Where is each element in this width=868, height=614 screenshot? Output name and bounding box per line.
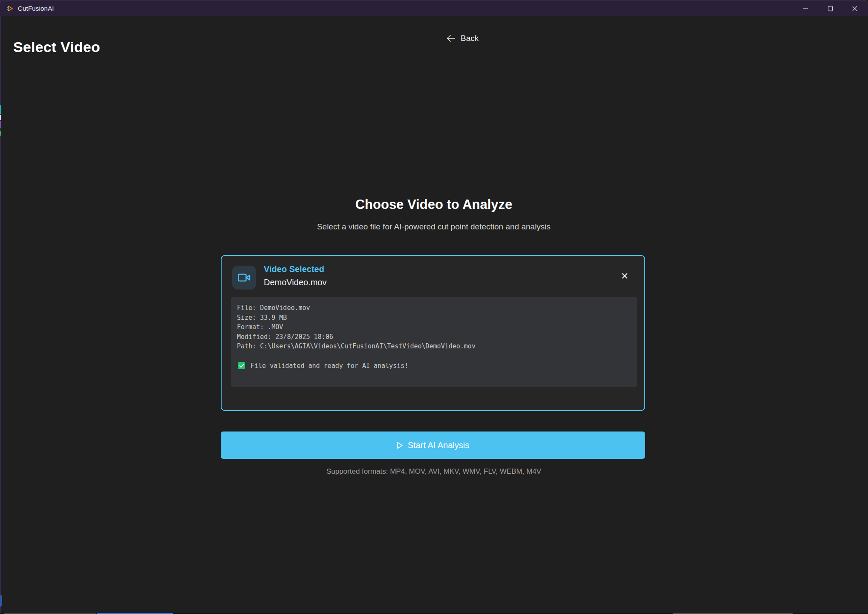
choose-video-heading: Choose Video to Analyze — [221, 197, 647, 212]
selected-video-card: Video Selected DemoVideo.mov ✕ File: Dem… — [221, 255, 645, 411]
file-info-format: Format: .MOV — [237, 322, 631, 332]
back-arrow-icon — [446, 34, 456, 43]
file-info-modified: Modified: 23/8/2025 18:06 — [237, 332, 631, 342]
minimize-icon — [803, 6, 808, 12]
screen-edge-artifact — [0, 105, 1, 114]
file-info-path: Path: C:\Users\AGIA\Videos\CutFusionAI\T… — [237, 342, 631, 351]
file-info-size: Size: 33.9 MB — [237, 313, 631, 323]
titlebar[interactable]: CutFusionAI — [0, 0, 868, 16]
window-controls — [793, 0, 867, 17]
validation-status: File validated and ready for AI analysis… — [238, 362, 631, 370]
checkmark-icon — [238, 362, 245, 369]
maximize-icon — [828, 6, 833, 12]
close-button[interactable] — [842, 0, 867, 17]
start-ai-analysis-button[interactable]: Start AI Analysis — [221, 432, 645, 459]
app-title: CutFusionAI — [18, 5, 54, 12]
file-info-box: File: DemoVideo.mov Size: 33.9 MB Format… — [231, 297, 637, 387]
close-icon — [852, 6, 858, 12]
validation-message: File validated and ready for AI analysis… — [251, 362, 408, 370]
video-selected-label: Video Selected — [264, 264, 324, 274]
screen-edge-artifact — [0, 595, 2, 607]
start-ai-analysis-label: Start AI Analysis — [408, 440, 470, 450]
video-camera-icon — [238, 273, 251, 282]
maximize-button[interactable] — [818, 0, 842, 17]
supported-formats-note: Supported formats: MP4, MOV, AVI, MKV, W… — [221, 467, 647, 476]
page-title: Select Video — [13, 39, 100, 55]
back-button[interactable]: Back — [443, 33, 481, 43]
play-icon — [397, 442, 403, 449]
screen-edge-artifact — [0, 115, 1, 120]
back-button-label: Back — [461, 34, 479, 43]
minimize-button[interactable] — [793, 0, 818, 17]
file-info-name: File: DemoVideo.mov — [237, 303, 631, 313]
app-logo-icon — [6, 4, 14, 13]
video-icon-container — [232, 266, 256, 290]
screen-edge-artifact — [0, 131, 1, 136]
clear-selection-button[interactable]: ✕ — [616, 268, 633, 285]
choose-video-subheading: Select a video file for AI-powered cut p… — [221, 222, 647, 232]
window-left-border — [0, 0, 1, 614]
selected-file-name: DemoVideo.mov — [264, 278, 326, 287]
screen-edge-artifact — [0, 121, 1, 128]
